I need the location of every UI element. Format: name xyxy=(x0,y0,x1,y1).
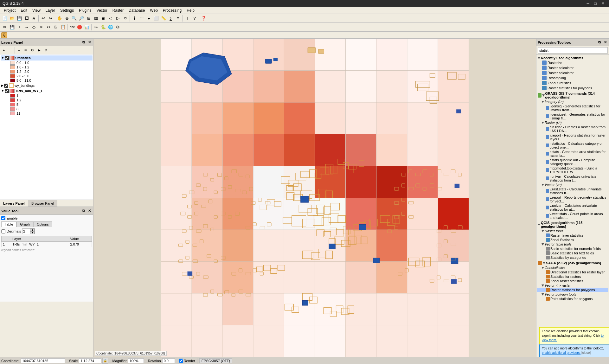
render-check[interactable] xyxy=(179,359,183,363)
toggle-editing-btn[interactable]: ✏ xyxy=(22,47,29,54)
proc-item-raster-calc[interactable]: Raster calculator xyxy=(537,65,608,70)
stepper-down[interactable]: ▼ xyxy=(30,231,35,234)
add-feature-btn[interactable]: + xyxy=(16,24,23,31)
paste-features-btn[interactable]: 📋 xyxy=(60,24,67,31)
proc-item-raster-layer-stats[interactable]: Raster layer statistics xyxy=(537,233,608,238)
proc-item-rtopmodel[interactable]: r.topmodel.topidxstats - Build a TOPMODE… xyxy=(537,166,608,174)
menu-settings[interactable]: Settings xyxy=(58,8,76,13)
stepper-up[interactable]: ▲ xyxy=(30,228,35,231)
proc-item-rstatistics[interactable]: r.statistics - Calculates category or ob… xyxy=(537,141,608,150)
browser-btn[interactable]: 🌐 xyxy=(107,24,114,31)
statistics-visibility-check[interactable] xyxy=(5,56,9,60)
zoom-in-btn[interactable]: 🔍 xyxy=(71,15,78,22)
scale-lock-btn[interactable]: 🔒 xyxy=(102,358,108,364)
proc-item-basic-stats-num[interactable]: Basic statistics for numeric fields xyxy=(537,246,608,251)
stat-btn[interactable]: ≡ xyxy=(175,15,182,22)
new-project-btn[interactable]: 📄 xyxy=(1,15,8,22)
redo-btn[interactable]: ↪ xyxy=(47,15,54,22)
tab-layers-panel[interactable]: Layers Panel xyxy=(0,200,28,207)
proc-search-input[interactable] xyxy=(538,47,608,54)
menu-view[interactable]: View xyxy=(30,8,43,13)
value-tool-close-btn[interactable]: ✕ xyxy=(87,208,92,214)
select-btn[interactable]: ▸ xyxy=(145,15,152,22)
label-tool-btn[interactable]: abc xyxy=(69,24,76,31)
proc-saga-vectraster-header[interactable]: Vector <-> raster xyxy=(537,283,608,288)
save-project-btn[interactable]: 💾 xyxy=(16,15,23,22)
proc-grass-vector-header[interactable]: Vector (v.*) xyxy=(537,182,608,187)
layers-panel-close-btn[interactable]: ✕ xyxy=(87,40,92,45)
proc-item-zonal-raster-stats[interactable]: Zonal raster statistics xyxy=(537,279,608,283)
filter-layer-btn[interactable]: ⚙ xyxy=(29,47,35,54)
zoom-full-btn[interactable]: ⊞ xyxy=(85,15,92,22)
coord-value[interactable]: 1644707.610185 xyxy=(21,358,65,363)
menu-layer[interactable]: Layer xyxy=(43,8,58,13)
expand-trfs-icon[interactable]: ▼ xyxy=(1,89,4,93)
proc-item-point-stats-poly[interactable]: Point statistics for polygons xyxy=(537,297,608,301)
diagram-btn[interactable]: 📊 xyxy=(83,24,90,31)
menu-web[interactable]: Web xyxy=(147,8,160,13)
delete-selected-btn[interactable]: ✕ xyxy=(38,24,45,31)
proc-item-rstats[interactable]: r.stats - Generates area statistics for … xyxy=(537,150,608,158)
rotation-value[interactable]: 0.0 xyxy=(162,358,175,363)
notif-blue-close[interactable]: [close] xyxy=(580,351,591,354)
save-edit-btn[interactable]: 💾 xyxy=(9,24,16,31)
layer-properties-btn[interactable]: ▶ xyxy=(36,47,42,54)
proc-item-igensigset[interactable]: i.gensigset - Generates statistics for i… xyxy=(537,112,608,120)
menu-plugins[interactable]: Plugins xyxy=(76,8,94,13)
wy-buildings-visibility-check[interactable] xyxy=(4,84,8,88)
field-calc-btn[interactable]: ∑ xyxy=(167,15,174,22)
proc-item-runivar[interactable]: r.univar - Calculates univariate statist… xyxy=(537,174,608,182)
proc-grass-header[interactable]: GRASS GIS 7 commands [314 geoalgorithms] xyxy=(537,91,608,99)
pan-map-btn[interactable]: ⊕ xyxy=(63,15,70,22)
csv-btn[interactable]: csv xyxy=(93,24,99,31)
menu-database[interactable]: Database xyxy=(126,8,147,13)
undo-btn[interactable]: ↩ xyxy=(40,15,47,22)
proc-float-btn[interactable]: ⧉ xyxy=(597,40,602,45)
proc-item-stats-rasters[interactable]: Statistics for rasters xyxy=(537,274,608,279)
proc-item-rasterize[interactable]: Rasterize xyxy=(537,60,608,65)
proc-item-dir-stats-raster[interactable]: Directional statistics for raster layer xyxy=(537,270,608,274)
help-btn[interactable]: ❓ xyxy=(200,15,207,22)
proc-item-rinlidar[interactable]: r.in.lidar - Creates a raster map from L… xyxy=(537,125,608,133)
epsg-btn[interactable]: EPSG:3857 (OTF) xyxy=(199,358,232,363)
python-btn[interactable]: 🐍 xyxy=(100,24,107,31)
label-btn[interactable]: T xyxy=(184,15,191,22)
zoom-last-btn[interactable]: ◁ xyxy=(107,15,114,22)
magnifier-value[interactable]: 100% xyxy=(128,358,144,363)
remove-layer-btn[interactable]: – xyxy=(7,47,14,54)
menu-raster[interactable]: Raster xyxy=(110,8,126,13)
zoom-layer-btn[interactable]: ▦ xyxy=(93,15,99,22)
open-attr-table-btn[interactable]: ≡ xyxy=(16,47,22,54)
proc-item-zonal-statistics[interactable]: Zonal Statistics xyxy=(537,238,608,242)
expand-statistics-icon[interactable]: ▼ xyxy=(1,56,4,60)
save-as-btn[interactable]: 🖫 xyxy=(23,15,30,22)
layers-panel-float-btn[interactable]: ⧉ xyxy=(81,40,86,45)
identify-btn[interactable]: ℹ xyxy=(131,15,138,22)
cut-features-btn[interactable]: ✂ xyxy=(45,24,52,31)
tip-btn[interactable]: ? xyxy=(191,15,198,22)
vt-decimals-input[interactable] xyxy=(22,229,30,233)
layer-row-trfs[interactable]: ▼ TRfs_min_WY_1 xyxy=(1,88,93,93)
proc-item-rreport[interactable]: r.report - Reports statistics for raster… xyxy=(537,133,608,141)
measure-btn[interactable]: 📏 xyxy=(160,15,167,22)
vt-tab-table[interactable]: Table xyxy=(1,221,16,227)
close-btn[interactable]: ✕ xyxy=(599,1,606,6)
proc-recent-header[interactable]: Recently used algorithms xyxy=(537,56,608,60)
proc-saga-vectpoly-header[interactable]: Vector polygon tools xyxy=(537,292,608,297)
toggle-edit-btn[interactable]: ✏ xyxy=(1,24,8,31)
layer-row-wy-buildings[interactable]: ▶ wy_buildings xyxy=(1,83,93,88)
trfs-visibility-check[interactable] xyxy=(5,89,9,93)
proc-item-rquantile[interactable]: r.stats.quantile.out - Compute category … xyxy=(537,158,608,166)
proc-item-igensig[interactable]: i.gensig - Generates statistics for i.ma… xyxy=(537,104,608,112)
proc-item-stats-categories[interactable]: Statistics by categories xyxy=(537,255,608,260)
vt-decimals-check[interactable] xyxy=(1,229,5,233)
pan-btn[interactable]: ✋ xyxy=(56,15,63,22)
expand-wy-icon[interactable]: ▶ xyxy=(1,84,3,87)
proc-item-zonal-stats[interactable]: Zonal Statistics xyxy=(537,80,608,86)
proc-item-resampling[interactable]: Resampling xyxy=(537,75,608,80)
map-area[interactable]: Coordinate: (1644706.800378, 6101957.710… xyxy=(93,39,536,357)
proc-qgis-header[interactable]: QGIS geoalgorithms [115 geoalgorithms] xyxy=(537,220,608,229)
proc-saga-header[interactable]: SAGA (2.1.2) [235 geoalgorithms] xyxy=(537,260,608,265)
menu-help[interactable]: Help xyxy=(184,8,197,13)
proc-grass-raster-header[interactable]: Raster (r.*) xyxy=(537,120,608,125)
